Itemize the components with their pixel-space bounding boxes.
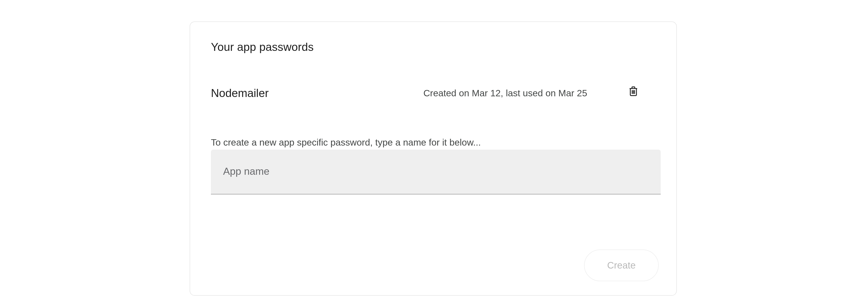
password-row: Nodemailer Created on Mar 12, last used … (211, 84, 658, 102)
password-name: Nodemailer (211, 87, 269, 100)
card-title: Your app passwords (211, 40, 314, 54)
instruction-text: To create a new app specific password, t… (211, 137, 481, 148)
trash-icon (628, 86, 639, 98)
app-name-input-wrap: App name (211, 150, 661, 194)
delete-password-button[interactable] (627, 85, 640, 98)
password-meta: Created on Mar 12, last used on Mar 25 (423, 88, 587, 98)
create-button[interactable]: Create (584, 249, 659, 281)
app-passwords-card: Your app passwords Nodemailer Created on… (190, 22, 677, 296)
app-name-input[interactable] (211, 150, 661, 194)
